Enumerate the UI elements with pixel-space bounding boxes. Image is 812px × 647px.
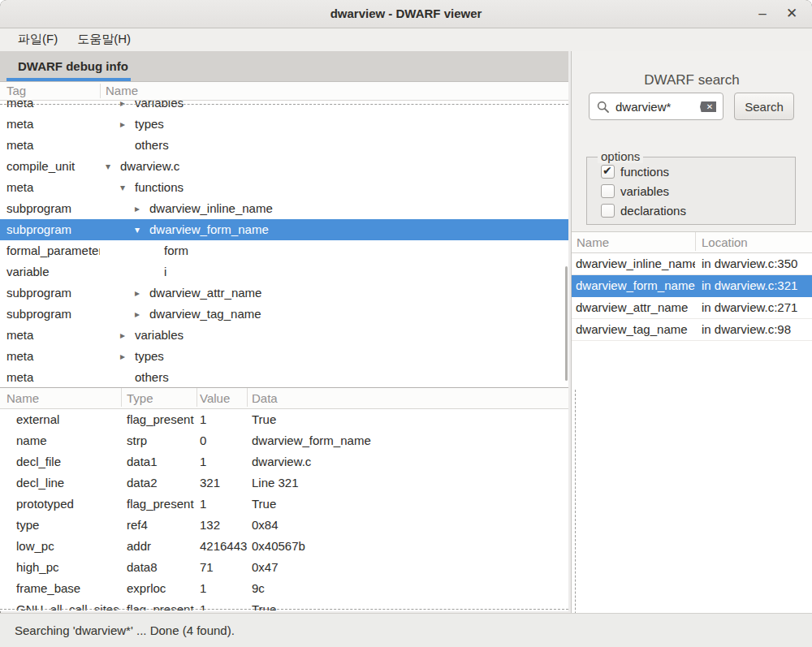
result-row[interactable]: dwarview_form_namein dwarview.c:321 [572,275,812,297]
active-tab-indicator [6,78,131,81]
attr-cell-data: True [247,494,568,515]
close-button[interactable]: ✕ [781,4,802,25]
tree-row[interactable]: subprogram▸dwarview_inline_name [0,198,568,219]
tree-row[interactable]: metaothers [0,135,568,156]
attr-row[interactable]: decl_filedata11dwarview.c [0,451,568,472]
tree-row[interactable]: subprogram▸dwarview_attr_name [0,283,568,304]
attr-row[interactable]: low_pcaddr42164430x40567b [0,536,568,557]
search-entry[interactable]: ✕ [589,93,723,120]
expander-collapsed-icon[interactable]: ▸ [135,198,146,219]
checkbox-declarations[interactable] [601,204,615,218]
tree-row[interactable]: subprogram▸dwarview_tag_name [0,304,568,325]
expander-expanded-icon[interactable]: ▾ [106,156,117,177]
results-col-name[interactable]: Name [577,232,609,252]
tree-cell-tag: subprogram [0,304,100,325]
tree-cell-name: others [100,135,568,156]
tree-scrollbar[interactable] [565,266,568,381]
attr-col-name[interactable]: Name [6,388,39,408]
menu-item-help[interactable]: 도움말(H) [67,29,140,51]
attr-cell-value: 321 [197,472,247,494]
tree-column-headers: Tag Name [0,82,568,101]
result-cell-location: in dwarview.c:271 [695,297,812,318]
tree-header-divider[interactable] [100,84,101,98]
search-input[interactable] [615,93,697,119]
expander-expanded-icon[interactable]: ▾ [120,177,132,198]
attr-col-value[interactable]: Value [200,388,230,408]
tree-row[interactable]: meta▾functions [0,177,568,198]
checkbox-label: variables [620,184,669,198]
menu-item-file[interactable]: 파일(F) [8,29,67,51]
attr-row[interactable]: frame_baseexprloc19c [0,578,568,599]
attr-cell-data: dwarview_form_name [247,430,568,451]
attr-cell-value: 0 [197,430,247,451]
tree-cell-name: ▸variables [100,101,568,114]
tree-row[interactable]: meta▸variables [0,325,568,346]
attr-header-divider-2[interactable] [197,388,197,407]
checkbox-functions[interactable]: ✔ [601,165,615,179]
tree-row[interactable]: variablei [0,261,568,283]
tree-row[interactable]: meta▸types [0,346,568,367]
tree-body: meta▸variablesmeta▸typesmetaotherscompil… [0,101,568,387]
option-variables[interactable]: variables [601,184,686,198]
tree-col-tag[interactable]: Tag [6,82,26,100]
result-cell-location: in dwarview.c:321 [695,275,812,296]
tree-row[interactable]: compile_unit▾dwarview.c [0,156,568,177]
result-row[interactable]: dwarview_attr_namein dwarview.c:271 [572,297,812,319]
attr-cell-name: external [0,409,121,430]
expander-collapsed-icon[interactable]: ▸ [120,101,132,114]
attr-col-data[interactable]: Data [252,388,278,408]
tree-cell-name-label: others [135,135,169,156]
result-row[interactable]: dwarview_tag_namein dwarview.c:98 [572,319,812,341]
search-button[interactable]: Search [734,93,794,120]
attr-row[interactable]: prototypedflag_present1True [0,494,568,515]
results-header-divider[interactable] [695,232,696,251]
tree-cell-tag: meta [0,135,100,156]
option-functions[interactable]: ✔functions [601,165,686,179]
option-declarations[interactable]: declarations [601,204,686,218]
expander-collapsed-icon[interactable]: ▸ [120,346,132,367]
expander-expanded-icon[interactable]: ▾ [135,219,146,240]
minimize-button[interactable]: – [752,4,773,25]
attr-cell-type: flag_present [121,409,197,430]
attr-cell-type: addr [121,536,197,557]
attr-row[interactable]: namestrp0dwarview_form_name [0,430,568,451]
expander-collapsed-icon[interactable]: ▸ [120,114,132,135]
attr-row[interactable]: externalflag_present1True [0,409,568,430]
result-cell-name: dwarview_inline_name [572,253,695,274]
menubar: 파일(F)도움말(H) [0,28,812,51]
expander-collapsed-icon[interactable]: ▸ [120,325,132,346]
tree-cell-name: form [100,240,568,261]
tree-row[interactable]: subprogram▾dwarview_form_name [0,219,568,240]
tree-row[interactable]: meta▸variables [0,101,568,114]
clear-icon[interactable]: ✕ [700,101,716,112]
notebook-tabbar: DWARF debug info [0,51,568,82]
tree-cell-name-label: form [164,240,188,261]
tree-cell-name: ▸types [100,346,568,367]
results-col-location[interactable]: Location [702,232,748,252]
attr-column-headers: Name Type Value Data [0,388,568,409]
attr-col-type[interactable]: Type [127,388,153,408]
titlebar[interactable]: dwarview - DWARF viewer – ✕ [0,0,812,28]
tree-cell-tag: meta [0,325,100,346]
attr-cell-type: ref4 [121,515,197,536]
attr-row[interactable]: decl_linedata2321Line 321 [0,472,568,494]
result-row[interactable]: dwarview_inline_namein dwarview.c:350 [572,253,812,275]
tree-col-name[interactable]: Name [106,82,138,100]
tree-row[interactable]: metaothers [0,367,568,387]
tree-row[interactable]: meta▸types [0,114,568,135]
checkbox-label: functions [620,165,669,179]
attr-header-divider-1[interactable] [121,388,122,407]
attr-cell-value: 132 [197,515,247,536]
attr-cell-type: strp [121,430,197,451]
expander-collapsed-icon[interactable]: ▸ [135,283,146,304]
checkbox-variables[interactable] [601,184,615,198]
attr-cell-value: 71 [197,557,247,578]
tree-cell-name: ▾dwarview_form_name [100,219,568,240]
tree-cell-name: i [100,261,568,283]
tree-row[interactable]: formal_parameterform [0,240,568,261]
attr-row[interactable]: typeref41320x84 [0,515,568,536]
tree-cell-tag: variable [0,261,100,283]
expander-collapsed-icon[interactable]: ▸ [135,304,146,325]
attr-row[interactable]: high_pcdata8710x47 [0,557,568,578]
attr-header-divider-3[interactable] [247,388,248,407]
